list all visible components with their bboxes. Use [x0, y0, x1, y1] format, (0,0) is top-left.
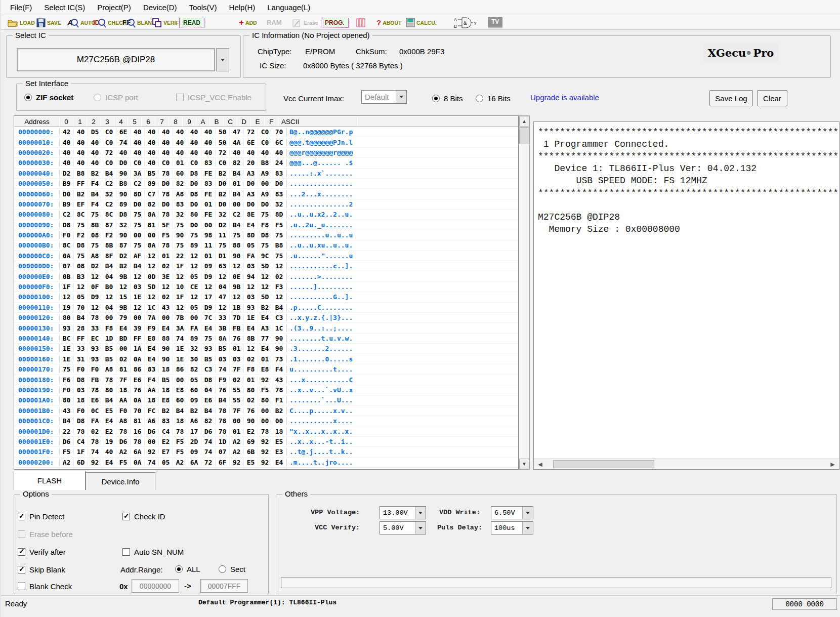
load-button[interactable]: LOAD [7, 16, 35, 29]
vpp-voltage-value: 13.00V [380, 507, 415, 519]
scrollbar-thumb[interactable] [553, 460, 654, 468]
vcc-verify-select[interactable]: 5.00V [380, 521, 426, 534]
hex-vertical-scrollbar[interactable]: ▲ ▼ [519, 115, 530, 470]
hex-row[interactable]: 000000C0:0A75A88FD2AF1201221201D190FA9C7… [14, 251, 518, 261]
chevron-down-icon[interactable] [396, 91, 406, 103]
puls-delay-select[interactable]: 100us [491, 521, 533, 534]
hex-row[interactable]: 00000140:BCFFEC1DBDFFE8887489758A768B779… [14, 334, 518, 344]
blank-check-checkbox[interactable]: Blank Check [18, 582, 72, 591]
menu-item[interactable]: Language(L) [261, 1, 316, 14]
blank-button[interactable]: FF BLANK [122, 16, 156, 29]
16-bits-radio[interactable]: 16 Bits [476, 94, 511, 103]
hex-byte: AF [131, 252, 145, 260]
vcc-current-select[interactable]: Default [361, 90, 407, 104]
hex-row[interactable]: 00000090:D8758B873275815F75D000D2B4E4F8F… [14, 220, 518, 230]
hex-row[interactable]: 00000050:B9FFF4C2B8C289D082D083D001D000D… [14, 179, 518, 189]
hex-row[interactable]: 00000030:404040C0D0C040C001C083C08220B82… [14, 158, 518, 168]
calcu-button[interactable]: CALCU. [406, 16, 437, 29]
hex-row[interactable]: 00000010:404040C074404040404040504A6EC06… [14, 137, 518, 147]
clear-button[interactable]: Clear [757, 90, 787, 106]
hex-row[interactable]: 000000E0:0BB312049B120D3E1205D9120E94120… [14, 271, 518, 281]
save-log-button[interactable]: Save Log [709, 90, 753, 106]
hex-byte: 22 [173, 252, 187, 260]
vdd-write-select[interactable]: 6.50V [491, 506, 533, 519]
hex-row[interactable]: 00000020:4040407240404040404040724040404… [14, 148, 518, 158]
hex-row[interactable]: 00000070:B9EFF4C289D082D083D001D000D0D03… [14, 199, 518, 210]
hex-row[interactable]: 00000040:D2B8B2B4903AB57860D8FEB2B4A3A98… [14, 169, 518, 179]
auto-button[interactable]: A AUTO [67, 16, 96, 29]
range-from-input[interactable]: 00000000 [132, 579, 179, 593]
pin-detect-checkbox[interactable]: Pin Detect [18, 512, 64, 521]
8-bits-radio[interactable]: 8 Bits [432, 94, 463, 103]
hex-row[interactable]: 00000120:80B4780079007A007B007C337D1EE4C… [14, 313, 518, 323]
hex-row[interactable]: 000000A0:F0F208F2900000F590759811758DD87… [14, 230, 518, 240]
about-button[interactable]: ? ABOUT [376, 16, 402, 29]
selected-ic-value[interactable]: M27C256B @DIP28 [17, 48, 215, 71]
chevron-down-icon[interactable] [522, 507, 533, 519]
skip-blank-checkbox[interactable]: Skip Blank [18, 565, 65, 574]
addr-range-all-radio[interactable]: ALL [175, 565, 200, 573]
hex-row[interactable]: 00000000:4240D5C06E404040404040504772C07… [14, 127, 518, 137]
auto-sn-checkbox[interactable]: Auto SN_NUM [122, 548, 184, 556]
vpp-voltage-select[interactable]: 13.00V [380, 506, 426, 519]
menu-item[interactable]: Tools(V) [183, 1, 223, 14]
hex-row[interactable]: 000000B0:8CD8758B87758A7875891175880575B… [14, 240, 518, 251]
hex-row[interactable]: 00000180:F6D8FB787FE6F4B50005D8F90201924… [14, 375, 518, 385]
hex-row[interactable]: 000001B0:43F00CE5F070FCB2B4B2B4787F7600B… [14, 406, 518, 416]
hex-byte: 78 [258, 428, 272, 435]
hex-row[interactable]: 000000D0:0708D2B4B2B412021F12096312035D1… [14, 261, 518, 271]
menu-item[interactable]: Project(P) [91, 1, 137, 14]
menu-item[interactable]: Device(D) [137, 1, 183, 14]
save-button[interactable]: SAVE [36, 16, 61, 29]
hex-row[interactable]: 00000060:D0B2B432908DC778A8D8FEB2B4A3A98… [14, 189, 518, 199]
hex-row[interactable]: 000001D0:227802E27816D6C47817D67801E2781… [14, 426, 518, 436]
hex-row[interactable]: 00000190:F00378801876AA18E86004765580F57… [14, 385, 518, 395]
hex-row[interactable]: 000001A0:8018E6B4AA0A18E86009E6B4550280F… [14, 395, 518, 405]
tab-device-info[interactable]: Device.Info [86, 472, 155, 490]
log-horizontal-scrollbar[interactable]: ◀ ▶ [534, 459, 839, 469]
chevron-down-icon[interactable] [415, 507, 426, 519]
scroll-up-icon[interactable]: ▲ [519, 116, 529, 127]
select-ic-dropdown-button[interactable] [216, 48, 229, 71]
check-id-button[interactable]: ID CHECK [93, 16, 127, 29]
hex-row[interactable]: 00000210:02F2FF147407A26D02E4FF1FB2B4227… [14, 468, 518, 470]
addr-range-sect-radio[interactable]: Sect [219, 565, 245, 573]
zif-socket-radio[interactable]: ZIF socket [24, 93, 73, 102]
hex-row[interactable]: 000000F0:1F120FB012035D1210CE12049B1212F… [14, 282, 518, 292]
chevron-down-icon[interactable] [522, 522, 533, 534]
verify-after-checkbox[interactable]: Verify after [18, 548, 66, 556]
tab-flash[interactable]: FLASH [14, 471, 86, 490]
hex-row[interactable]: 00000160:1E3193B5020AE4901E30B5030302017… [14, 354, 518, 364]
upgrade-available-link[interactable]: Upgrade is available [530, 93, 599, 102]
scroll-right-icon[interactable]: ▶ [827, 459, 838, 469]
chip-button[interactable] [355, 16, 366, 29]
hex-byte: A2 [60, 459, 74, 466]
scroll-down-icon[interactable]: ▼ [519, 459, 529, 469]
log-panel[interactable]: ****************************************… [533, 121, 839, 470]
menu-item[interactable]: Help(H) [223, 1, 262, 14]
hex-row[interactable]: 00000110:197012049B121C431205D9121B93B2B… [14, 303, 518, 313]
chevron-down-icon[interactable] [415, 522, 426, 534]
range-to-input[interactable]: 00007FFF [200, 579, 248, 593]
hex-row[interactable]: 000001C0:B4D8FAE4A881A68318A682780090000… [14, 416, 518, 426]
hex-editor[interactable]: Address0123456789ABCDEFASCII 00000000:42… [14, 115, 519, 470]
hex-row[interactable]: 00000080:C28C758CD8758A783280FE32C28E758… [14, 210, 518, 220]
menu-item[interactable]: Select IC(S) [38, 1, 91, 14]
hex-row[interactable]: 00000100:1205D912151E12021F12174712035D1… [14, 292, 518, 302]
logic-gate-button[interactable]: A B & Y [454, 16, 477, 29]
hex-row[interactable]: 000001F0:F51F7440A26A92E7F5097407A26B92E… [14, 447, 518, 457]
scroll-left-icon[interactable]: ◀ [535, 459, 545, 469]
prog-button[interactable]: PROG. [321, 16, 349, 29]
verify-button[interactable]: VERIFY [152, 16, 183, 29]
scrollbar-thumb[interactable] [519, 127, 529, 144]
hex-row[interactable]: 00000200:A26D92E4F50A7405A26A726F92E592E… [14, 458, 518, 468]
add-button[interactable]: + ADD [239, 16, 257, 29]
hex-row[interactable]: 00000130:932833F8E439F9E43AFAE43BFBE4A31… [14, 323, 518, 333]
menu-item[interactable]: File(F) [4, 1, 38, 14]
check-id-checkbox[interactable]: Check ID [122, 512, 165, 521]
tv-button[interactable]: TV [488, 16, 502, 29]
hex-row[interactable]: 00000150:1E3393B5001AE4901E3293B50112E49… [14, 344, 518, 354]
read-button[interactable]: READ [179, 16, 204, 29]
hex-row[interactable]: 000001E0:D6C47819D67800E2F52D741DA26992E… [14, 437, 518, 447]
hex-row[interactable]: 00000170:75F0F0A8818683188682C3747FF8E8F… [14, 364, 518, 375]
